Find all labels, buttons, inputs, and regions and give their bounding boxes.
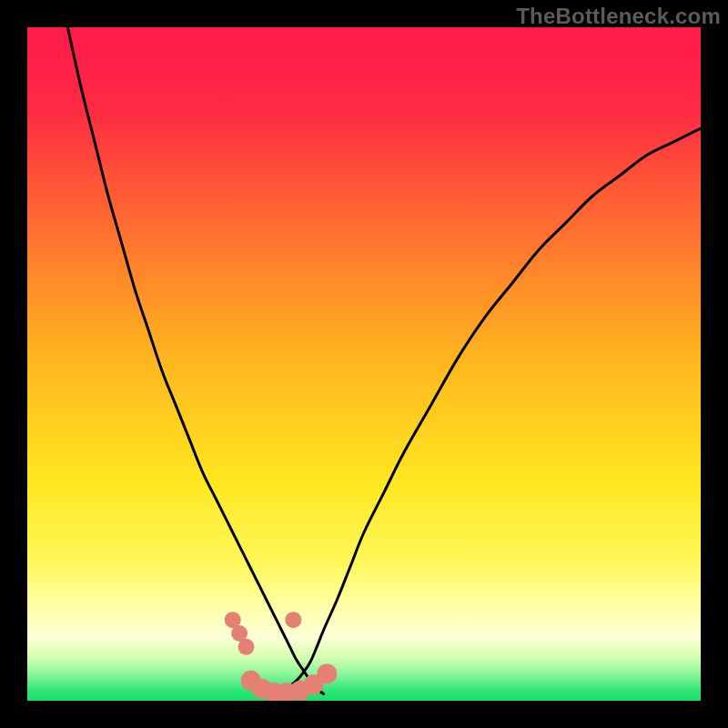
- watermark-text: TheBottleneck.com: [516, 4, 721, 29]
- marker-dot: [317, 663, 337, 683]
- chart-frame: TheBottleneck.com: [0, 0, 728, 728]
- marker-dot: [285, 612, 301, 628]
- gradient-background: [27, 27, 701, 701]
- chart-svg: [27, 27, 701, 701]
- marker-dot: [238, 639, 255, 655]
- chart-plot-area: [27, 27, 701, 701]
